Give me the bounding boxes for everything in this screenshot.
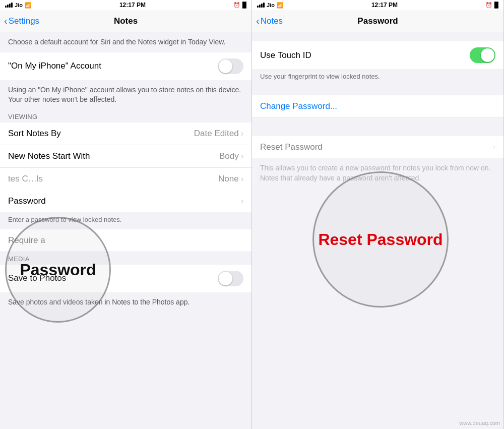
touch-id-toggle-thumb bbox=[481, 48, 494, 62]
battery-icon: ▉ bbox=[242, 2, 246, 9]
password-value: › bbox=[241, 197, 243, 206]
notes-checkmarks-row[interactable]: tes C…ls None › bbox=[0, 168, 251, 190]
wifi-icon: 📶 bbox=[25, 2, 32, 9]
save-to-photos-row[interactable]: Save to Photos bbox=[0, 265, 251, 292]
carrier-name: Jio bbox=[15, 2, 23, 8]
left-status-right: ⏰ ▉ bbox=[233, 2, 246, 9]
right-signal-bars bbox=[257, 3, 265, 8]
top-separator bbox=[252, 32, 503, 41]
account-group: "On My iPhone" Account bbox=[0, 52, 251, 80]
left-nav-bar: ‹ Settings Notes bbox=[0, 10, 251, 32]
new-notes-value: Body › bbox=[219, 151, 243, 161]
right-status-right: ⏰ ▉ bbox=[485, 2, 498, 9]
signal-bars bbox=[5, 3, 13, 8]
chevron-icon-3: › bbox=[241, 174, 243, 183]
media-info-text: Save photos and videos taken in Notes to… bbox=[0, 292, 251, 313]
left-nav-title: Notes bbox=[114, 16, 138, 26]
password-label: Password bbox=[8, 196, 46, 206]
use-touch-id-row[interactable]: Use Touch ID bbox=[252, 41, 503, 69]
right-status-bar: Jio 📶 12:17 PM ⏰ ▉ bbox=[252, 0, 503, 10]
right-nav-bar: ‹ Notes Password bbox=[252, 10, 503, 32]
on-my-iphone-row[interactable]: "On My iPhone" Account bbox=[0, 52, 251, 80]
save-to-photos-label: Save to Photos bbox=[8, 273, 66, 283]
right-wifi-icon: 📶 bbox=[277, 2, 284, 9]
right-alarm-icon: ⏰ bbox=[485, 2, 492, 9]
back-label[interactable]: Settings bbox=[9, 16, 39, 26]
toggle-thumb bbox=[219, 59, 232, 73]
settings-back-button[interactable]: ‹ Settings bbox=[4, 16, 39, 26]
left-phone-panel: Jio 📶 12:17 PM ⏰ ▉ ‹ Settings Notes Choo… bbox=[0, 0, 252, 429]
media-section-header: MEDIA bbox=[0, 252, 251, 265]
right-phone-panel: Jio 📶 12:17 PM ⏰ ▉ ‹ Notes Password Use … bbox=[252, 0, 504, 429]
sort-notes-value: Date Edited › bbox=[194, 129, 243, 139]
reset-password-label: Reset Password bbox=[260, 142, 323, 152]
use-touch-id-toggle[interactable] bbox=[470, 47, 495, 63]
sort-notes-row[interactable]: Sort Notes By Date Edited › bbox=[0, 122, 251, 145]
right-time: 12:17 PM bbox=[371, 2, 398, 9]
right-content: Use Touch ID Use your fingerprint to vie… bbox=[252, 32, 503, 429]
chevron-icon: › bbox=[241, 129, 243, 138]
on-my-iphone-label: "On My iPhone" Account bbox=[8, 61, 101, 71]
left-content: Choose a default account for Siri and th… bbox=[0, 32, 251, 429]
require-label: Require a bbox=[8, 235, 45, 245]
reset-info-text: This allows you to create a new password… bbox=[252, 158, 503, 188]
change-password-link[interactable]: Change Password... bbox=[260, 101, 337, 111]
media-group: Save to Photos bbox=[0, 265, 251, 292]
bottom-separator-1 bbox=[252, 118, 503, 127]
notes-checkmarks-label: tes C…ls bbox=[8, 174, 43, 184]
bottom-separator-2 bbox=[252, 127, 503, 136]
viewing-section-header: VIEWING bbox=[0, 110, 251, 122]
on-my-iphone-toggle[interactable] bbox=[218, 58, 243, 74]
password-subtext: Enter a password to view locked notes. bbox=[0, 212, 251, 229]
back-chevron-icon: ‹ bbox=[4, 16, 8, 26]
use-touch-id-label: Use Touch ID bbox=[260, 50, 311, 60]
reset-password-value: › bbox=[493, 143, 495, 152]
notes-back-button[interactable]: ‹ Notes bbox=[256, 16, 283, 26]
reset-chevron-icon: › bbox=[493, 143, 495, 152]
right-nav-title: Password bbox=[357, 16, 398, 26]
sort-notes-label: Sort Notes By bbox=[8, 129, 61, 139]
mid-separator bbox=[252, 86, 503, 95]
save-to-photos-toggle-thumb bbox=[219, 272, 232, 285]
new-notes-label: New Notes Start With bbox=[8, 151, 90, 161]
on-my-iphone-info: Using an "On My iPhone" account allows y… bbox=[0, 80, 251, 110]
save-to-photos-toggle[interactable] bbox=[218, 271, 243, 286]
chevron-icon-2: › bbox=[241, 152, 243, 161]
right-back-label[interactable]: Notes bbox=[261, 16, 283, 26]
watermark: www.deuaq.com bbox=[459, 420, 500, 426]
right-battery-icon: ▉ bbox=[494, 2, 498, 9]
password-group: Password › bbox=[0, 190, 251, 212]
reset-password-row[interactable]: Reset Password › bbox=[252, 136, 503, 158]
change-password-group: Change Password... bbox=[252, 95, 503, 118]
on-my-iphone-description: Using an "On My iPhone" account allows y… bbox=[8, 86, 241, 104]
password-chevron-icon: › bbox=[241, 197, 243, 206]
notes-checkmarks-value: None › bbox=[218, 174, 243, 184]
change-password-row[interactable]: Change Password... bbox=[252, 95, 503, 118]
touch-id-group: Use Touch ID bbox=[252, 41, 503, 69]
alarm-icon: ⏰ bbox=[233, 2, 240, 9]
right-status-left: Jio 📶 bbox=[257, 2, 284, 9]
left-status-bar: Jio 📶 12:17 PM ⏰ ▉ bbox=[0, 0, 251, 10]
reset-description: This allows you to create a new password… bbox=[260, 164, 491, 182]
viewing-group: Sort Notes By Date Edited › New Notes St… bbox=[0, 122, 251, 190]
reset-password-group: Reset Password › bbox=[252, 136, 503, 158]
right-back-chevron-icon: ‹ bbox=[256, 16, 260, 26]
require-partial-row: Require a bbox=[0, 229, 251, 252]
touch-id-subtext: Use your fingerprint to view locked note… bbox=[252, 69, 503, 86]
siri-notes-info: Choose a default account for Siri and th… bbox=[0, 32, 251, 52]
right-carrier-name: Jio bbox=[267, 2, 275, 8]
left-status-left: Jio 📶 bbox=[5, 2, 32, 9]
new-notes-row[interactable]: New Notes Start With Body › bbox=[0, 145, 251, 168]
left-time: 12:17 PM bbox=[119, 2, 146, 9]
password-row[interactable]: Password › bbox=[0, 190, 251, 212]
